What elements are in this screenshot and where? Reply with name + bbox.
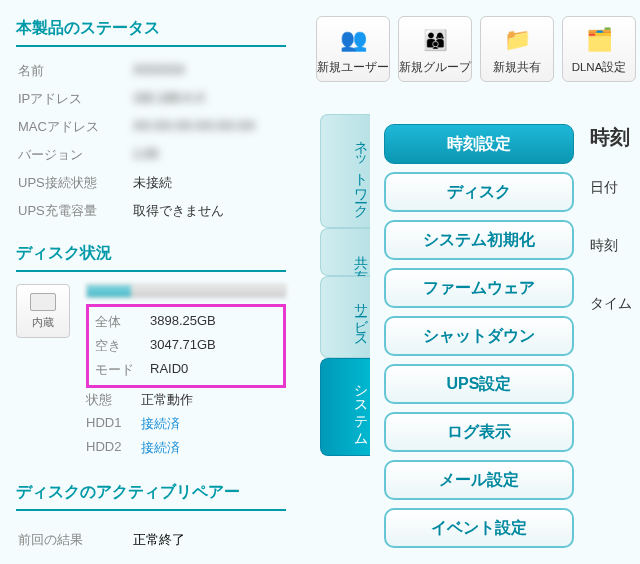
group-icon — [418, 26, 452, 54]
label-ip: IPアドレス — [18, 90, 133, 108]
disk-icon — [30, 293, 56, 311]
right-label-date: 日付 — [590, 179, 632, 197]
folder-icon — [500, 26, 534, 54]
label-mac: MACアドレス — [18, 118, 133, 136]
new-user-label: 新規ユーザー — [317, 60, 389, 75]
label-name: 名前 — [18, 62, 133, 80]
menu-disk[interactable]: ディスク — [384, 172, 574, 212]
menu-time[interactable]: 時刻設定 — [384, 124, 574, 164]
hdd1-link[interactable]: 接続済 — [141, 415, 180, 433]
value-mac: XX:XX:XX:XX:XX:XX — [133, 118, 255, 136]
new-share-label: 新規共有 — [493, 60, 541, 75]
disk-icon-label: 内蔵 — [32, 315, 54, 330]
disk-total-label: 全体 — [95, 313, 150, 331]
hdd2-link[interactable]: 接続済 — [141, 439, 180, 457]
internal-disk-button[interactable]: 内蔵 — [16, 284, 70, 338]
new-user-button[interactable]: 新規ユーザー — [316, 16, 390, 82]
disk-mode-value: RAID0 — [150, 361, 188, 379]
hdd1-label: HDD1 — [86, 415, 141, 433]
value-ip: 192.168.X.X — [133, 90, 205, 108]
menu-firmware[interactable]: ファームウェア — [384, 268, 574, 308]
value-ups-conn: 未接続 — [133, 174, 172, 192]
tab-system[interactable]: システム — [320, 358, 370, 456]
status-title: 本製品のステータス — [16, 18, 286, 47]
disk-total-value: 3898.25GB — [150, 313, 216, 331]
disk-usage-bar — [86, 284, 286, 298]
status-table: 名前XXXXXX IPアドレス192.168.X.X MACアドレスXX:XX:… — [16, 57, 286, 225]
menu-init[interactable]: システム初期化 — [384, 220, 574, 260]
disk-free-value: 3047.71GB — [150, 337, 216, 355]
value-name: XXXXXX — [133, 62, 185, 80]
label-ups-charge: UPS充電容量 — [18, 202, 133, 220]
repair-last-value: 正常終了 — [133, 531, 185, 549]
menu-event[interactable]: イベント設定 — [384, 508, 574, 548]
value-version: 1.00 — [133, 146, 158, 164]
menu-shutdown[interactable]: シャットダウン — [384, 316, 574, 356]
new-share-button[interactable]: 新規共有 — [480, 16, 554, 82]
new-group-label: 新規グループ — [399, 60, 471, 75]
disk-free-label: 空き — [95, 337, 150, 355]
tab-service[interactable]: サービス — [320, 276, 370, 358]
disk-highlight-box: 全体3898.25GB 空き3047.71GB モードRAID0 — [86, 304, 286, 388]
tab-share[interactable]: 共 有 — [320, 228, 370, 276]
dlna-label: DLNA設定 — [572, 60, 627, 75]
disk-title: ディスク状況 — [16, 243, 286, 272]
repair-title: ディスクのアクティブリペアー — [16, 482, 286, 511]
label-ups-conn: UPS接続状態 — [18, 174, 133, 192]
right-label-tz: タイム — [590, 295, 632, 313]
label-version: バージョン — [18, 146, 133, 164]
tab-network[interactable]: ネットワーク — [320, 114, 370, 228]
dlna-icon — [582, 26, 616, 54]
menu-ups[interactable]: UPS設定 — [384, 364, 574, 404]
menu-mail[interactable]: メール設定 — [384, 460, 574, 500]
right-label-time: 時刻 — [590, 237, 632, 255]
dlna-button[interactable]: DLNA設定 — [562, 16, 636, 82]
disk-state-label: 状態 — [86, 391, 141, 409]
hdd2-label: HDD2 — [86, 439, 141, 457]
users-icon — [336, 26, 370, 54]
new-group-button[interactable]: 新規グループ — [398, 16, 472, 82]
right-panel-title: 時刻 — [590, 124, 632, 151]
menu-log[interactable]: ログ表示 — [384, 412, 574, 452]
disk-mode-label: モード — [95, 361, 150, 379]
value-ups-charge: 取得できません — [133, 202, 224, 220]
disk-state-value: 正常動作 — [141, 391, 193, 409]
repair-last-label: 前回の結果 — [18, 531, 133, 549]
